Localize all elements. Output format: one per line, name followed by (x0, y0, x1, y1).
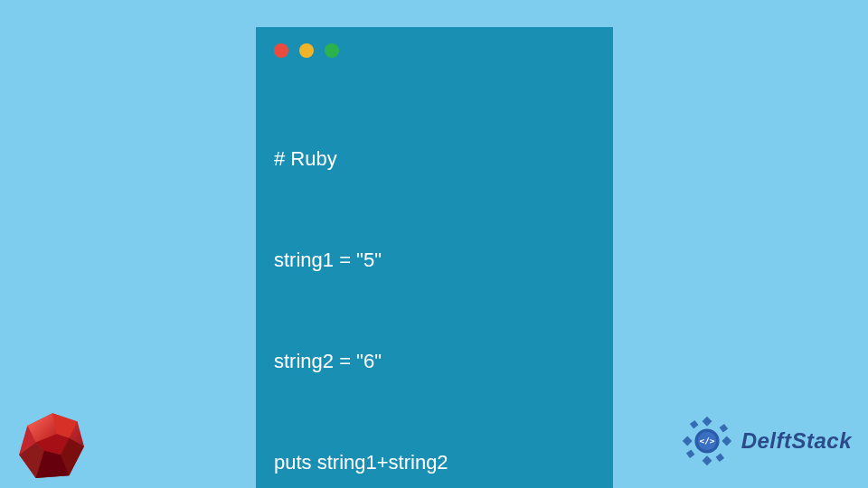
code-line: puts string1+string2 (274, 446, 595, 479)
code-line: string2 = "6" (274, 344, 595, 378)
maximize-dot-icon (325, 43, 339, 58)
ruby-logo-icon (11, 405, 94, 488)
code-line: string1 = "5" (274, 243, 595, 277)
delftstack-logo: </> DelftStack (676, 410, 852, 472)
delftstack-label: DelftStack (741, 428, 852, 454)
close-dot-icon (274, 43, 288, 58)
delftstack-badge-icon: </> (676, 410, 738, 472)
code-line: # Ruby (274, 142, 595, 175)
minimize-dot-icon (299, 43, 314, 58)
svg-text:</>: </> (699, 436, 714, 446)
code-block: # Ruby string1 = "5" string2 = "6" puts … (274, 74, 595, 488)
code-window: # Ruby string1 = "5" string2 = "6" puts … (256, 27, 613, 488)
window-traffic-lights (274, 43, 595, 58)
